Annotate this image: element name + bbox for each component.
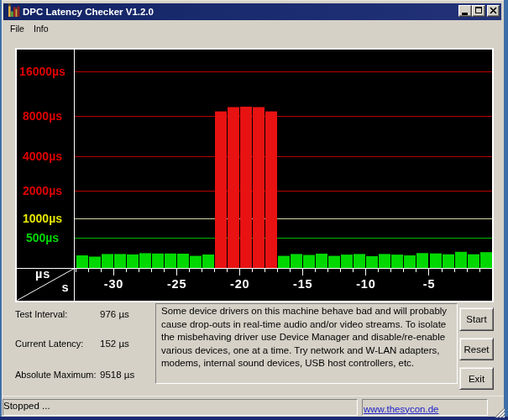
svg-text:4000µs: 4000µs bbox=[23, 150, 62, 163]
svg-text:-25: -25 bbox=[167, 277, 186, 291]
svg-text:500µs: 500µs bbox=[26, 231, 59, 244]
svg-text:8000µs: 8000µs bbox=[23, 109, 62, 123]
svg-text:1000µs: 1000µs bbox=[23, 212, 62, 225]
svg-text:-20: -20 bbox=[230, 277, 249, 291]
svg-text:µs: µs bbox=[35, 267, 50, 281]
svg-text:-5: -5 bbox=[423, 277, 436, 291]
svg-text:-30: -30 bbox=[104, 277, 123, 291]
svg-text:-15: -15 bbox=[293, 277, 312, 291]
svg-text:-10: -10 bbox=[356, 277, 375, 291]
svg-text:2000µs: 2000µs bbox=[23, 184, 62, 197]
svg-text:16000µs: 16000µs bbox=[19, 65, 65, 78]
svg-text:s: s bbox=[62, 281, 70, 294]
